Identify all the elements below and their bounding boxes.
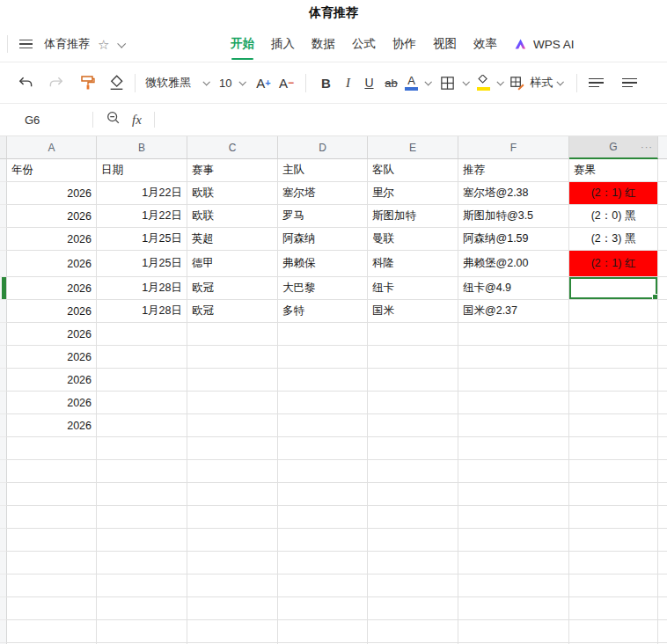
insert-function-icon[interactable]: fx (132, 113, 142, 128)
cell-B1[interactable]: 日期 (97, 159, 187, 182)
cell-B21[interactable] (97, 620, 187, 643)
cell-A14[interactable] (7, 460, 97, 483)
cell-B4[interactable]: 1月25日 (97, 228, 187, 251)
cell-name-box[interactable]: G6 (0, 113, 92, 127)
cell-C19[interactable] (187, 574, 278, 597)
cell-G14[interactable] (569, 460, 658, 483)
cell-D5[interactable]: 弗赖保 (278, 251, 368, 277)
align-top-icon[interactable] (585, 70, 606, 96)
cell-D13[interactable] (278, 437, 368, 460)
cell-A11[interactable]: 2026 (7, 392, 97, 414)
zoom-search-icon[interactable] (106, 110, 121, 129)
strikethrough-button[interactable]: ab (379, 70, 402, 96)
cell-A21[interactable] (7, 620, 97, 643)
cell-C17[interactable] (187, 529, 278, 552)
cell-A12[interactable]: 2026 (7, 414, 97, 437)
cell-F1[interactable]: 推荐 (458, 159, 569, 182)
cell-D21[interactable] (278, 620, 368, 643)
redo-icon[interactable] (46, 70, 67, 96)
cell-A19[interactable] (7, 574, 97, 597)
cell-F7[interactable]: 国米@2.37 (458, 300, 569, 323)
cell-E20[interactable] (368, 597, 458, 620)
cell-C18[interactable] (187, 552, 278, 574)
cell-C11[interactable] (187, 392, 278, 414)
cell-A16[interactable] (7, 506, 97, 529)
row-header-14[interactable] (0, 460, 7, 483)
cell-B6[interactable]: 1月28日 (97, 277, 187, 300)
row-header-21[interactable] (0, 620, 7, 643)
cell-G3[interactable]: (2：0) 黑 (569, 205, 658, 228)
cell-B11[interactable] (97, 392, 187, 414)
cell-C2[interactable]: 欧联 (187, 182, 278, 205)
cell-D12[interactable] (278, 414, 368, 437)
cell-F18[interactable] (458, 552, 569, 574)
tab-wps-ai[interactable]: WPS AI (514, 37, 575, 51)
row-header-7[interactable] (0, 300, 7, 323)
cell-E21[interactable] (368, 620, 458, 643)
cell-D6[interactable]: 大巴黎 (278, 277, 368, 300)
cell-E7[interactable]: 国米 (368, 300, 458, 323)
tab-efficiency[interactable]: 效率 (473, 36, 497, 52)
cell-A2[interactable]: 2026 (7, 182, 97, 205)
increase-font-size-button[interactable]: A+ (252, 70, 275, 96)
cell-C21[interactable] (187, 620, 278, 643)
cell-E14[interactable] (368, 460, 458, 483)
cell-F11[interactable] (458, 392, 569, 414)
chevron-down-icon[interactable] (497, 78, 504, 85)
cell-E15[interactable] (368, 483, 458, 506)
cell-B18[interactable] (97, 552, 187, 574)
column-header-G[interactable]: G··· (569, 136, 658, 159)
undo-icon[interactable] (14, 70, 35, 96)
cell-E1[interactable]: 客队 (368, 159, 458, 182)
cell-D11[interactable] (278, 392, 368, 414)
cell-B3[interactable]: 1月22日 (97, 205, 187, 228)
cell-B19[interactable] (97, 574, 187, 597)
cell-E2[interactable]: 里尔 (368, 182, 458, 205)
row-header-8[interactable] (0, 323, 7, 346)
cell-A7[interactable]: 2026 (7, 300, 97, 323)
column-header-D[interactable]: D (278, 136, 368, 159)
row-header-13[interactable] (0, 437, 7, 460)
row-header-15[interactable] (0, 483, 7, 506)
cell-F6[interactable]: 纽卡@4.9 (458, 277, 569, 300)
align-middle-icon[interactable] (619, 70, 640, 96)
cell-F4[interactable]: 阿森纳@1.59 (458, 228, 569, 251)
fill-color-button[interactable] (474, 75, 492, 91)
cell-B5[interactable]: 1月25日 (97, 251, 187, 277)
cell-F21[interactable] (458, 620, 569, 643)
row-header-19[interactable] (0, 574, 7, 597)
cell-D4[interactable]: 阿森纳 (278, 228, 368, 251)
cell-B13[interactable] (97, 437, 187, 460)
cell-G16[interactable] (569, 506, 658, 529)
favorite-star-icon[interactable]: ☆ (98, 38, 109, 51)
column-header-C[interactable]: C (187, 136, 278, 159)
cell-E16[interactable] (368, 506, 458, 529)
column-header-A[interactable]: A (7, 136, 97, 159)
row-header-1[interactable] (0, 159, 7, 182)
cell-B10[interactable] (97, 369, 187, 392)
column-header-E[interactable]: E (368, 136, 458, 159)
row-header-6[interactable] (0, 277, 7, 300)
cell-B14[interactable] (97, 460, 187, 483)
cell-D2[interactable]: 塞尔塔 (278, 182, 368, 205)
cell-B17[interactable] (97, 529, 187, 552)
borders-icon[interactable] (436, 70, 458, 96)
cell-C3[interactable]: 欧联 (187, 205, 278, 228)
cell-G13[interactable] (569, 437, 658, 460)
row-header-18[interactable] (0, 552, 7, 574)
cell-G19[interactable] (569, 574, 658, 597)
row-header-4[interactable] (0, 228, 7, 251)
cell-G8[interactable] (569, 323, 658, 346)
cell-F13[interactable] (458, 437, 569, 460)
cell-D8[interactable] (278, 323, 368, 346)
cell-A8[interactable]: 2026 (7, 323, 97, 346)
cell-A15[interactable] (7, 483, 97, 506)
bold-button[interactable]: B (314, 70, 337, 96)
cell-F3[interactable]: 斯图加特@3.5 (458, 205, 569, 228)
cell-C10[interactable] (187, 369, 278, 392)
cell-C1[interactable]: 赛事 (187, 159, 278, 182)
row-header-2[interactable] (0, 182, 7, 205)
cell-A17[interactable] (7, 529, 97, 552)
cell-E12[interactable] (368, 414, 458, 437)
cell-F2[interactable]: 塞尔塔@2.38 (458, 182, 569, 205)
